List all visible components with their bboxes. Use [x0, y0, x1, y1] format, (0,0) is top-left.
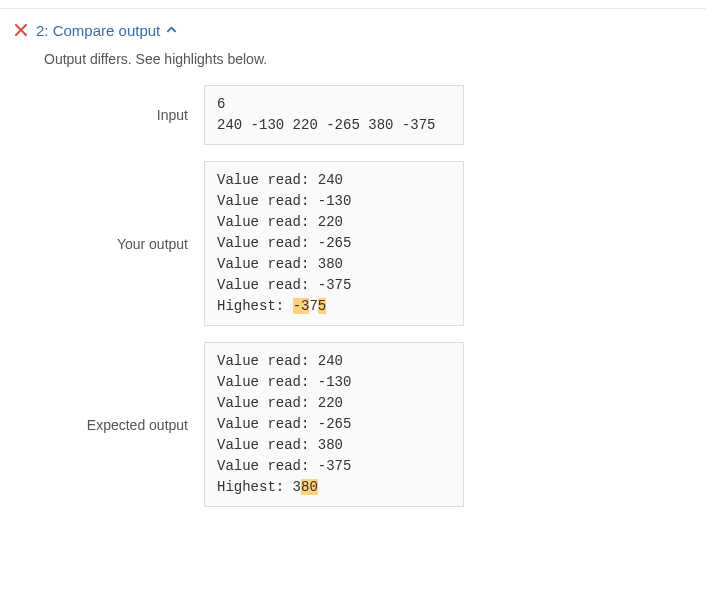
test-header[interactable]: 2: Compare output — [0, 9, 706, 47]
output-line: Value read: -130 — [217, 193, 351, 209]
label-expected-output: Expected output — [12, 417, 192, 433]
input-line: 240 -130 220 -265 380 -375 — [217, 117, 435, 133]
diff-highlight: 5 — [318, 298, 326, 314]
your-output-box: Value read: 240 Value read: -130 Value r… — [204, 161, 464, 326]
diff-highlight: -3 — [293, 298, 310, 314]
output-line: Value read: 220 — [217, 214, 343, 230]
diff-message: Output differs. See highlights below. — [0, 47, 706, 85]
label-your-output: Your output — [12, 236, 192, 252]
output-line: Value read: -375 — [217, 458, 351, 474]
output-line: Value read: 240 — [217, 353, 343, 369]
output-prefix: Highest: 3 — [217, 479, 301, 495]
output-line: Value read: 380 — [217, 256, 343, 272]
input-line: 6 — [217, 96, 225, 112]
caret-up-icon — [166, 24, 177, 37]
x-fail-icon — [12, 21, 30, 39]
diff-highlight: 80 — [301, 479, 318, 495]
output-line: Value read: -375 — [217, 277, 351, 293]
output-line: Value read: 380 — [217, 437, 343, 453]
output-mid: 7 — [309, 298, 317, 314]
output-line: Value read: -265 — [217, 416, 351, 432]
input-box: 6 240 -130 220 -265 380 -375 — [204, 85, 464, 145]
label-input: Input — [12, 107, 192, 123]
output-line: Value read: -130 — [217, 374, 351, 390]
row-input: Input 6 240 -130 220 -265 380 -375 — [12, 85, 694, 145]
row-your-output: Your output Value read: 240 Value read: … — [12, 161, 694, 326]
test-title: 2: Compare output — [36, 22, 160, 39]
output-line: Value read: 220 — [217, 395, 343, 411]
row-expected-output: Expected output Value read: 240 Value re… — [12, 342, 694, 507]
output-line: Value read: -265 — [217, 235, 351, 251]
output-line: Value read: 240 — [217, 172, 343, 188]
comparison-rows: Input 6 240 -130 220 -265 380 -375 Your … — [0, 85, 706, 535]
output-prefix: Highest: — [217, 298, 293, 314]
expected-output-box: Value read: 240 Value read: -130 Value r… — [204, 342, 464, 507]
